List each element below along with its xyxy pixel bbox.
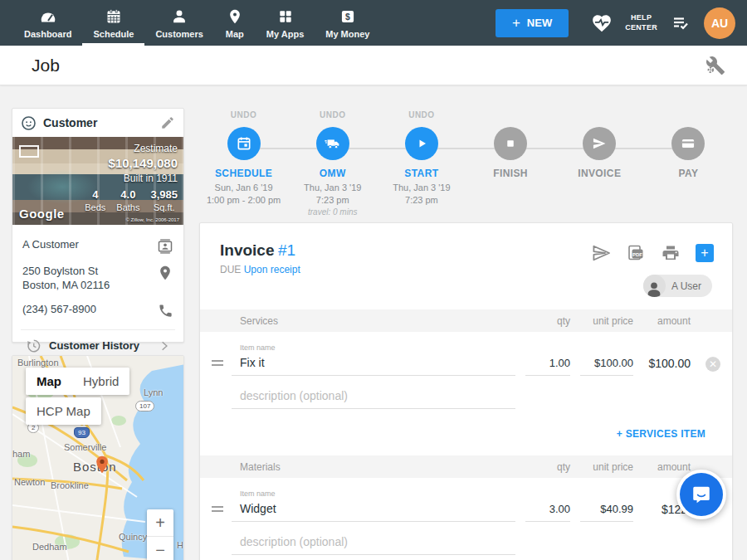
step-label: OMW bbox=[320, 168, 346, 179]
truck-icon bbox=[324, 134, 342, 153]
sqft-label: Sq.ft. bbox=[150, 202, 178, 214]
tasks-list-icon[interactable] bbox=[669, 12, 692, 35]
service-unit-price-input[interactable]: $100.00 bbox=[580, 357, 633, 376]
undo-omw-button[interactable]: UNDO bbox=[320, 110, 345, 122]
material-qty-input[interactable]: 3.00 bbox=[525, 503, 570, 522]
map-type-toggle: Map Hybrid bbox=[26, 368, 129, 395]
service-description-input[interactable]: description (optional) bbox=[232, 389, 515, 409]
invoice-number[interactable]: #1 bbox=[278, 241, 295, 259]
service-qty-input[interactable]: 1.00 bbox=[525, 357, 570, 376]
hcp-map-button[interactable]: HCP Map bbox=[26, 397, 101, 425]
send-invoice-icon[interactable] bbox=[591, 243, 611, 263]
qty-column-header: qty bbox=[515, 461, 570, 473]
customer-card-header: Customer bbox=[12, 109, 183, 137]
job-tools-icon[interactable] bbox=[706, 56, 725, 75]
nav-item-schedule[interactable]: Schedule bbox=[82, 0, 144, 46]
map-type-hybrid-button[interactable]: Hybrid bbox=[72, 368, 129, 395]
zoom-in-button[interactable]: + bbox=[147, 509, 173, 536]
undo-schedule-button[interactable]: UNDO bbox=[231, 110, 256, 122]
photo-copyright: © Zillow, Inc. 2006-2017 bbox=[126, 217, 179, 222]
assignee-chip[interactable]: A User bbox=[643, 275, 712, 297]
home-facts: 4Beds 4.0Baths 3,985Sq.ft. bbox=[85, 187, 178, 214]
start-step-button[interactable] bbox=[405, 127, 438, 160]
streetview-photo[interactable]: Zestimate $10,149,080 Built in 1911 4Bed… bbox=[12, 137, 183, 225]
nav-item-my-money[interactable]: $ My Money bbox=[315, 0, 380, 46]
beds-value: 4 bbox=[85, 187, 105, 202]
credit-card-icon-button[interactable] bbox=[671, 127, 705, 160]
map-label-waltham: ham bbox=[12, 449, 30, 459]
customer-history-row[interactable]: Customer History bbox=[21, 329, 175, 353]
zoom-out-button[interactable]: − bbox=[147, 536, 173, 560]
amount-column-header: amount bbox=[633, 461, 691, 473]
pdf-icon[interactable]: PDF bbox=[626, 243, 646, 263]
calendar-icon bbox=[236, 135, 252, 152]
map-pin-icon bbox=[225, 7, 245, 27]
app-screen: Dashboard Schedule Customers Map bbox=[0, 0, 747, 560]
map-label-burlington: Burlington bbox=[17, 358, 59, 368]
item-name-label: Item name bbox=[232, 343, 515, 352]
service-line-item: Item name Fix it 1.00 $100.00 $100.00 ✕ bbox=[200, 343, 732, 376]
customer-face-icon bbox=[21, 115, 37, 131]
customer-details: A Customer 250 Boylston St Boston, MA 02… bbox=[12, 225, 183, 353]
streetview-frame-icon bbox=[19, 145, 39, 158]
customer-name: A Customer bbox=[22, 238, 150, 252]
nav-items: Dashboard Schedule Customers Map bbox=[13, 0, 380, 46]
step-time: 1:00 pm - 2:00 pm bbox=[207, 194, 281, 207]
phone-icon[interactable] bbox=[158, 303, 173, 319]
invoice-header: Invoice #1 DUE Upon receipt PDF + bbox=[200, 223, 732, 309]
material-unit-price-input[interactable]: $40.99 bbox=[580, 503, 633, 522]
omw-step-button[interactable] bbox=[316, 127, 349, 160]
due-terms-link[interactable]: Upon receipt bbox=[244, 264, 300, 275]
assignee-name: A User bbox=[671, 280, 701, 292]
print-icon[interactable] bbox=[661, 243, 681, 263]
address-line2: Boston, MA 02116 bbox=[22, 279, 150, 293]
step-start: UNDO START Thu, Jan 3 '19 7:23 pm bbox=[377, 110, 466, 217]
contact-card-icon[interactable] bbox=[157, 238, 173, 255]
nav-item-customers[interactable]: Customers bbox=[144, 0, 213, 46]
nav-right: + NEW HELP CENTER AU bbox=[496, 0, 747, 46]
add-services-item-button[interactable]: + SERVICES ITEM bbox=[617, 428, 706, 440]
help-center-link[interactable]: HELP CENTER bbox=[625, 13, 657, 32]
nav-label: My Money bbox=[325, 29, 369, 39]
map-label-quincy: Quincy bbox=[119, 532, 147, 542]
nav-item-dashboard[interactable]: Dashboard bbox=[13, 0, 82, 46]
google-logo: Google bbox=[19, 207, 65, 221]
dashboard-icon bbox=[38, 7, 58, 27]
remove-service-item-button[interactable]: ✕ bbox=[706, 357, 720, 372]
finish-step-button[interactable] bbox=[494, 127, 527, 160]
drag-handle-icon[interactable] bbox=[212, 360, 223, 366]
step-date: Sun, Jan 6 '19 bbox=[207, 182, 281, 194]
map-zoom-controls: + − bbox=[147, 509, 173, 560]
nav-item-map[interactable]: Map bbox=[214, 0, 256, 46]
help-line1: HELP bbox=[625, 13, 657, 22]
material-item-name-input[interactable]: Widget bbox=[232, 502, 515, 522]
heartbeat-icon[interactable] bbox=[590, 12, 613, 35]
map-type-map-button[interactable]: Map bbox=[26, 368, 72, 395]
location-pin-icon[interactable] bbox=[157, 265, 173, 281]
invoice-step-button[interactable] bbox=[583, 127, 616, 160]
chevron-right-icon bbox=[159, 340, 170, 352]
new-button[interactable]: + NEW bbox=[496, 9, 569, 37]
user-avatar[interactable]: AU bbox=[704, 7, 735, 39]
qty-column-header: qty bbox=[515, 315, 570, 327]
service-item-name-input[interactable]: Fix it bbox=[232, 356, 515, 376]
invoice-card: Invoice #1 DUE Upon receipt PDF + bbox=[199, 222, 733, 560]
map-label-dedham: Dedham bbox=[32, 542, 67, 552]
step-label: START bbox=[404, 168, 438, 179]
step-label: SCHEDULE bbox=[215, 168, 272, 179]
drag-handle-icon[interactable] bbox=[212, 506, 223, 512]
nav-item-my-apps[interactable]: My Apps bbox=[256, 0, 315, 46]
edit-pencil-icon[interactable] bbox=[160, 115, 175, 130]
amount-column-header: amount bbox=[633, 315, 691, 327]
credit-card-icon bbox=[680, 135, 696, 152]
chat-widget-button[interactable] bbox=[676, 470, 726, 519]
add-invoice-button[interactable]: + bbox=[696, 244, 714, 262]
apps-grid-icon bbox=[276, 7, 295, 27]
material-description-input[interactable]: description (optional) bbox=[232, 535, 515, 555]
money-icon: $ bbox=[338, 7, 358, 27]
step-date: Thu, Jan 3 '19 bbox=[393, 182, 450, 194]
map-label-newton: Newton bbox=[14, 477, 45, 487]
schedule-step-button[interactable] bbox=[227, 127, 261, 160]
undo-start-button[interactable]: UNDO bbox=[408, 110, 434, 122]
zestimate-value: $10,149,080 bbox=[85, 155, 178, 172]
